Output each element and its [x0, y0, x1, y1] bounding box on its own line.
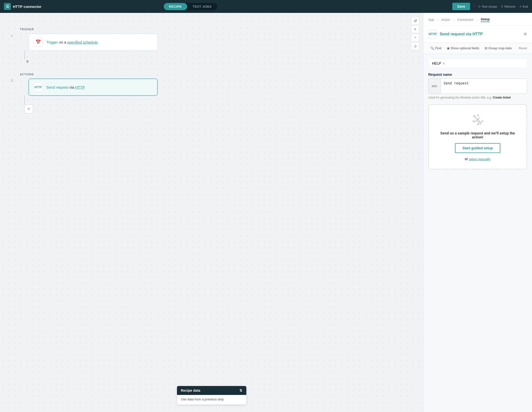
canvas: ↺ + − ⊹ TRIGGER 1 📅 Trigger on a specifi… — [0, 13, 423, 412]
topbar-actions: Save Test recipe Refresh × Exit — [452, 3, 528, 10]
svg-rect-3 — [477, 124, 479, 125]
flow-arrow: ▼ — [25, 59, 157, 64]
panel-title-before: Send request — [440, 32, 465, 36]
find-icon: 🔍 — [430, 46, 434, 50]
topbar: ☰ HTTP connector RECIPE TEST JOBS Save T… — [0, 0, 532, 13]
recipe-data-expand-icon[interactable]: ⇅ — [239, 388, 242, 392]
action-keyword: Send request — [46, 85, 68, 89]
setup-manually-link[interactable]: setup manually — [469, 157, 490, 161]
panel-header-title: Send request via HTTP — [440, 32, 521, 36]
app-logo: ☰ HTTP connector — [4, 3, 42, 10]
request-name-input[interactable] — [441, 79, 527, 94]
action-connector — [24, 96, 25, 104]
trigger-link[interactable]: specified schedule — [67, 40, 98, 44]
breadcrumb-action[interactable]: Action — [441, 18, 450, 22]
panel-breadcrumb: App → Action → Connection → Setup — [423, 13, 532, 26]
test-recipe-icon — [478, 5, 480, 7]
exit-label: Exit — [523, 5, 528, 8]
request-name-wrapper: ABC — [428, 78, 527, 94]
recipe-data-subtitle: Use data from a previous step — [181, 397, 224, 401]
breadcrumb-arrow-1: → — [436, 18, 439, 22]
actions-section: ACTIONS 2 HTTP Send request via HTTP + — [20, 73, 157, 113]
breadcrumb-connection[interactable]: Connection — [457, 18, 474, 22]
panel-title-link: HTTP — [473, 32, 483, 36]
panel-content: HELP ∨ Request name ABC Used for generat… — [423, 54, 532, 412]
or-label: or — [465, 157, 468, 161]
group-icon: ⊞ — [485, 46, 487, 50]
guided-setup-box: Send us a sample request and we'll setup… — [428, 104, 527, 169]
canvas-controls: ↺ + − ⊹ — [411, 17, 419, 50]
guided-or-text: or setup manually — [465, 157, 491, 161]
guided-setup-description: Send us a sample request and we'll setup… — [435, 131, 521, 139]
refresh-button[interactable]: Refresh — [501, 5, 516, 8]
exit-button[interactable]: × Exit — [520, 5, 528, 8]
request-name-label: Request name — [428, 73, 527, 77]
recipe-data-header: Recipe data ⇅ — [177, 386, 246, 395]
start-guided-setup-button[interactable]: Start guided setup — [455, 143, 500, 153]
request-name-hint: Used for generating the Workato action t… — [428, 96, 527, 99]
optional-label: Show optional fields — [451, 46, 479, 50]
svg-rect-1 — [477, 115, 479, 116]
panel-header: HTTP Send request via HTTP ✕ — [423, 26, 532, 43]
group-map-button[interactable]: ⊞ Group map data — [483, 45, 514, 51]
breadcrumb-app[interactable]: App — [428, 18, 434, 22]
trigger-label: TRIGGER — [20, 28, 157, 31]
refresh-icon — [501, 5, 503, 7]
reset-button[interactable]: Reset — [519, 46, 527, 50]
divider — [474, 3, 474, 9]
panel-toolbar: 🔍 Find ◉ Show optional fields ⊞ Group ma… — [423, 43, 532, 54]
tab-recipe[interactable]: RECIPE — [164, 3, 187, 10]
action-text-via: via — [69, 85, 75, 89]
help-section[interactable]: HELP ∨ — [428, 59, 527, 68]
action-node-text: Send request via HTTP — [46, 85, 85, 89]
panel-close-button[interactable]: ✕ — [523, 32, 527, 36]
trigger-node-text: Trigger on a specified schedule — [46, 40, 98, 44]
panel-title-via: via — [466, 32, 473, 36]
recipe-data-panel: Recipe data ⇅ Use data from a previous s… — [177, 386, 246, 405]
show-optional-button[interactable]: ◉ Show optional fields — [445, 45, 481, 51]
trigger-node[interactable]: 📅 Trigger on a specified schedule — [29, 34, 157, 51]
canvas-zoom-out-btn[interactable]: − — [411, 34, 419, 42]
request-name-prefix: ABC — [429, 79, 441, 94]
test-recipe-button[interactable]: Test recipe — [478, 5, 497, 8]
recipe-data-title: Recipe data — [181, 388, 201, 392]
hint-text: Used for generating the Workato action t… — [428, 96, 492, 99]
tab-test-jobs[interactable]: TEST JOBS — [187, 3, 217, 10]
flow-container: TRIGGER 1 📅 Trigger on a specified sched… — [20, 28, 157, 113]
right-panel: App → Action → Connection → Setup HTTP S… — [423, 13, 532, 412]
exit-x-icon: × — [520, 5, 522, 8]
trigger-node-num: 1 — [11, 34, 13, 37]
test-recipe-label: Test recipe — [481, 5, 497, 8]
help-chevron-icon: ∨ — [443, 62, 445, 65]
action-node[interactable]: HTTP Send request via HTTP — [29, 79, 157, 96]
canvas-refresh-btn[interactable]: ↺ — [411, 17, 419, 25]
svg-point-7 — [473, 115, 475, 117]
canvas-zoom-in-btn[interactable]: + — [411, 25, 419, 33]
find-label: Find — [435, 46, 441, 50]
trigger-keyword: Trigger — [46, 40, 58, 44]
refresh-label: Refresh — [504, 5, 516, 8]
action-node-num: 2 — [11, 79, 13, 82]
eye-icon: ◉ — [447, 46, 450, 50]
add-step-button[interactable]: + — [24, 104, 33, 113]
breadcrumb-arrow-2: → — [452, 18, 455, 22]
app-title: HTTP connector — [13, 4, 42, 9]
canvas-fit-btn[interactable]: ⊹ — [411, 42, 419, 50]
tab-toggle: RECIPE TEST JOBS — [164, 3, 217, 10]
trigger-connector — [24, 51, 25, 59]
action-link[interactable]: HTTP — [75, 85, 85, 89]
action-node-icon: HTTP — [33, 82, 43, 92]
hint-bold: Create ticket — [493, 96, 511, 99]
actions-label: ACTIONS — [20, 73, 157, 76]
magic-wand-icon — [471, 113, 485, 127]
trigger-node-icon: 📅 — [33, 37, 43, 47]
save-button[interactable]: Save — [452, 3, 470, 10]
panel-header-icon: HTTP — [428, 30, 437, 39]
logo-icon: ☰ — [4, 3, 11, 10]
trigger-text-on: on a — [59, 40, 67, 44]
breadcrumb-setup[interactable]: Setup — [481, 17, 490, 22]
breadcrumb-arrow-3: → — [476, 18, 479, 22]
find-button[interactable]: 🔍 Find — [428, 45, 443, 51]
help-label: HELP — [432, 61, 441, 65]
recipe-data-body: Use data from a previous step — [177, 395, 246, 405]
